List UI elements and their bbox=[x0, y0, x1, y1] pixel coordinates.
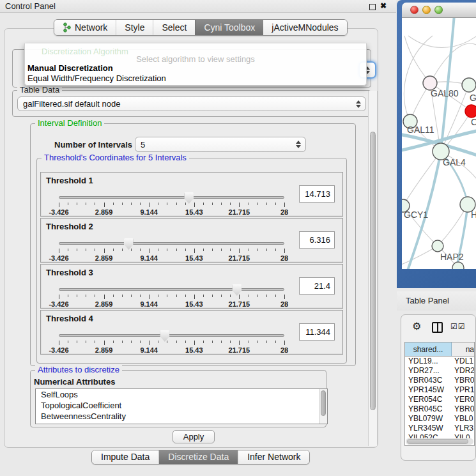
column-header-shared-name[interactable]: shared... bbox=[405, 342, 452, 356]
zoom-traffic-light-icon[interactable] bbox=[434, 6, 443, 14]
network-node-hap2[interactable] bbox=[432, 240, 443, 252]
cell-shared[interactable]: YPR145W bbox=[405, 385, 452, 395]
tick-label: -3.426 bbox=[49, 254, 68, 262]
network-canvas[interactable]: GAL80 GA C GAL11 GAL4 GCY1 H HAP2 bbox=[402, 18, 476, 269]
tick-label: 21.715 bbox=[229, 254, 250, 262]
cell-name[interactable]: YBR0 bbox=[452, 376, 474, 385]
close-icon[interactable]: ✖ bbox=[380, 1, 387, 10]
tick-label: 15.43 bbox=[185, 254, 203, 262]
cell-shared[interactable]: YBL079W bbox=[405, 414, 452, 424]
split-panel-icon[interactable] bbox=[432, 322, 443, 333]
table-row[interactable]: YER054CYER0 bbox=[405, 395, 474, 404]
checkbox-columns-icon[interactable]: ☑☑ bbox=[450, 322, 466, 331]
tab-network[interactable]: Network bbox=[54, 20, 116, 35]
window-title: Control Panel bbox=[5, 1, 56, 11]
tab-infer-network[interactable]: Infer Network bbox=[238, 450, 309, 464]
tick-label: 21.715 bbox=[229, 300, 250, 308]
menu-item-manual-discretization[interactable]: Manual Discretization bbox=[27, 63, 113, 73]
panel-scrollbar-thumb[interactable] bbox=[370, 132, 376, 410]
table-horizontal-scrollbar[interactable] bbox=[406, 438, 473, 445]
threshold-1-value-field[interactable]: 14.713 bbox=[299, 185, 335, 203]
tick-label: -3.426 bbox=[49, 346, 68, 354]
thresholds-group-label: Threshold's Coordinates for 5 Intervals bbox=[42, 153, 189, 162]
threshold-1-slider-track[interactable] bbox=[59, 196, 284, 199]
cell-shared[interactable]: YBR045C bbox=[405, 404, 452, 414]
node-label-gal11: GAL11 bbox=[407, 125, 434, 135]
node-label-ga: GA bbox=[470, 93, 476, 103]
cell-name[interactable]: YDL1 bbox=[452, 357, 474, 366]
threshold-2-value-field[interactable]: 6.316 bbox=[299, 231, 335, 249]
cell-name[interactable]: YBR0 bbox=[452, 404, 474, 414]
cell-shared[interactable]: YLR345W bbox=[405, 424, 452, 433]
tab-discretize-data[interactable]: Discretize Data bbox=[158, 450, 238, 464]
table-row[interactable]: YBR043CYBR0 bbox=[405, 376, 474, 385]
table-row[interactable]: YDL19...YDL1 bbox=[405, 357, 474, 366]
num-intervals-combobox[interactable]: 5 bbox=[135, 137, 306, 152]
tab-cyni-label: Cyni Toolbox bbox=[204, 22, 255, 33]
gear-icon[interactable]: ⚙ bbox=[412, 320, 421, 332]
tick-label: 15.43 bbox=[185, 346, 203, 354]
tab-impute-data[interactable]: Impute Data bbox=[92, 450, 158, 464]
network-node-red[interactable] bbox=[465, 105, 476, 118]
list-scrollbar[interactable] bbox=[319, 389, 327, 424]
network-view-window: GAL80 GA C GAL11 GAL4 GCY1 H HAP2 bbox=[397, 0, 476, 288]
tab-jactivemnodules[interactable]: jActiveMNodules bbox=[263, 20, 346, 35]
threshold-3-slider-track[interactable] bbox=[59, 288, 284, 291]
node-table: shared... na YDL19...YDL1 YDR27...YDR2 Y… bbox=[404, 342, 475, 446]
threshold-2-label: Threshold 2 bbox=[46, 222, 93, 231]
network-node-ga[interactable] bbox=[462, 78, 476, 92]
threshold-3-label: Threshold 3 bbox=[46, 268, 93, 277]
close-traffic-light-icon[interactable] bbox=[410, 6, 418, 14]
tick-marks bbox=[59, 203, 285, 205]
tick-major bbox=[284, 295, 285, 299]
cell-shared[interactable]: YER054C bbox=[405, 395, 452, 404]
tick-label: 9.144 bbox=[140, 208, 158, 216]
table-row[interactable]: YBL079WYBL0 bbox=[405, 414, 474, 424]
list-item[interactable]: SelfLoops bbox=[36, 389, 327, 400]
table-row[interactable]: YLR345WYLR3 bbox=[405, 424, 474, 433]
tick-label: 2.859 bbox=[95, 300, 113, 308]
cell-shared[interactable]: YDR27... bbox=[405, 366, 452, 376]
list-item[interactable]: TopologicalCoefficient bbox=[36, 400, 327, 411]
table-row[interactable]: YPR145WYPR1 bbox=[405, 385, 474, 395]
node-label-gcy1: GCY1 bbox=[404, 210, 428, 220]
tick-marks bbox=[59, 249, 285, 251]
threshold-1-item: Threshold 1 -3.426 2.859 9.144 15.43 21.… bbox=[40, 172, 343, 217]
num-intervals-value: 5 bbox=[141, 140, 145, 150]
cell-shared[interactable]: YDL19... bbox=[405, 357, 452, 366]
tick-major bbox=[149, 249, 150, 253]
apply-button[interactable]: Apply bbox=[173, 430, 215, 443]
threshold-2-slider-track[interactable] bbox=[59, 242, 284, 245]
control-panel-titlebar: Control Panel ✖ bbox=[0, 0, 396, 13]
network-node-bottom[interactable] bbox=[452, 262, 464, 269]
scrollbar-thumb[interactable] bbox=[407, 439, 468, 444]
tick-label: 21.715 bbox=[229, 208, 250, 216]
float-window-icon[interactable] bbox=[369, 4, 376, 10]
table-panel-titlebar: Table Panel bbox=[397, 291, 476, 311]
minimize-traffic-light-icon[interactable] bbox=[422, 6, 431, 14]
cell-shared[interactable]: YBR043C bbox=[405, 376, 452, 385]
list-item[interactable]: BetweennessCentrality bbox=[36, 411, 327, 422]
tick-major bbox=[59, 249, 59, 253]
tab-cyni-toolbox[interactable]: Cyni Toolbox bbox=[195, 20, 263, 35]
cell-name[interactable]: YBL0 bbox=[452, 414, 474, 424]
tick-major bbox=[59, 341, 59, 345]
table-row[interactable]: YBR045CYBR0 bbox=[405, 404, 474, 414]
cell-name[interactable]: YDR2 bbox=[452, 366, 474, 376]
tab-select[interactable]: Select bbox=[153, 20, 195, 35]
threshold-4-value-field[interactable]: 11.344 bbox=[299, 323, 335, 341]
network-window-titlebar[interactable] bbox=[402, 3, 476, 18]
table-data-combobox[interactable]: galFiltered.sif default node bbox=[17, 96, 366, 111]
table-row[interactable]: YDR27...YDR2 bbox=[405, 366, 474, 376]
menu-item-equal-width-frequency[interactable]: Equal Width/Frequency Discretization bbox=[27, 73, 166, 83]
cell-name[interactable]: YLR3 bbox=[452, 424, 474, 433]
tick-major bbox=[239, 249, 240, 253]
tab-style[interactable]: Style bbox=[116, 20, 153, 35]
threshold-3-value-field[interactable]: 21.4 bbox=[299, 277, 335, 295]
cell-name[interactable]: YER0 bbox=[452, 395, 474, 404]
threshold-4-slider-track[interactable] bbox=[59, 334, 284, 337]
column-header-name[interactable]: na bbox=[452, 342, 474, 356]
panel-scrollbar[interactable] bbox=[368, 91, 378, 446]
cell-name[interactable]: YPR1 bbox=[452, 385, 474, 395]
threshold-2-item: Threshold 2 -3.426 2.859 9.144 15.43 21.… bbox=[40, 218, 343, 263]
